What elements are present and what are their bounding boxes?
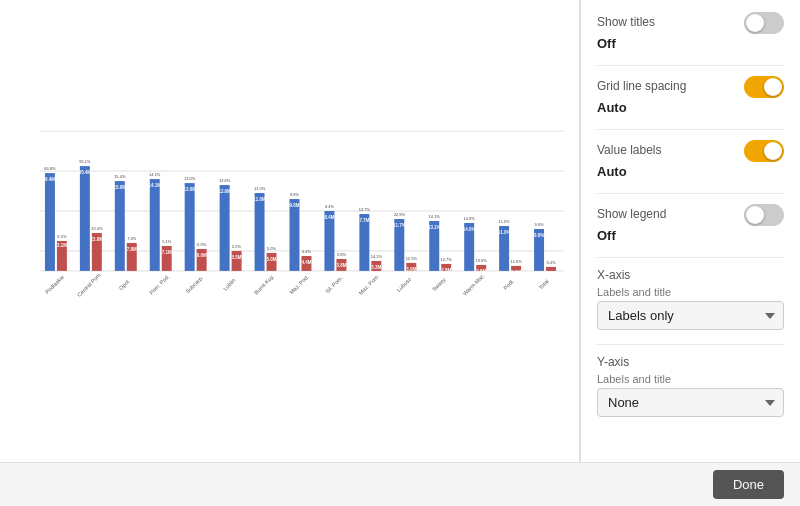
svg-text:13.7%: 13.7%: [359, 207, 371, 212]
svg-text:5.0%: 5.0%: [267, 246, 277, 251]
svg-text:9.6%: 9.6%: [534, 233, 544, 238]
svg-text:11.0M: 11.0M: [253, 197, 266, 202]
svg-rect-54: [290, 199, 300, 271]
show-legend-toggle[interactable]: [744, 204, 784, 226]
show-titles-row: Show titles Off: [597, 12, 784, 51]
show-legend-value: Off: [597, 228, 784, 243]
show-titles-value: Off: [597, 36, 784, 51]
svg-text:Podlaskie: Podlaskie: [44, 274, 65, 295]
svg-text:Subcarp.: Subcarp.: [184, 274, 204, 294]
svg-text:7.8M: 7.8M: [127, 247, 137, 252]
divider-2: [597, 129, 784, 130]
svg-text:9.6%: 9.6%: [535, 222, 545, 227]
divider-5: [597, 344, 784, 345]
svg-text:8.4M: 8.4M: [324, 215, 334, 220]
x-axis-dropdown[interactable]: Labels only Labels and title None: [597, 301, 784, 330]
svg-text:Swiety: Swiety: [431, 276, 447, 292]
svg-rect-19: [115, 181, 125, 271]
show-legend-row: Show legend Off: [597, 204, 784, 243]
svg-text:Lublin: Lublin: [222, 277, 237, 292]
svg-text:12.6M: 12.6M: [218, 189, 231, 194]
svg-text:Sil. Pom.: Sil. Pom.: [324, 274, 344, 294]
svg-rect-12: [80, 166, 90, 271]
svg-text:Total: Total: [537, 278, 549, 290]
svg-text:3.0M: 3.0M: [406, 267, 416, 272]
svg-text:11.7%: 11.7%: [393, 223, 406, 228]
svg-rect-47: [255, 193, 265, 271]
svg-text:22.6M: 22.6M: [91, 237, 104, 242]
svg-text:14.1%: 14.1%: [371, 254, 383, 259]
divider-1: [597, 65, 784, 66]
svg-text:4.4M: 4.4M: [301, 260, 311, 265]
y-axis-section-label: Y-axis: [597, 355, 784, 369]
svg-text:14.0%: 14.0%: [464, 216, 476, 221]
grid-line-spacing-toggle[interactable]: [744, 76, 784, 98]
svg-text:Burnt-Kuy.: Burnt-Kuy.: [253, 273, 276, 296]
footer: Done: [0, 462, 800, 506]
svg-text:12.6%: 12.6%: [219, 178, 231, 183]
svg-text:Pom. Pod.: Pom. Pod.: [148, 273, 171, 296]
svg-text:12.7%: 12.7%: [441, 257, 453, 262]
value-labels-label: Value labels: [597, 143, 662, 157]
value-labels-toggle[interactable]: [744, 140, 784, 162]
svg-text:7.1M: 7.1M: [162, 250, 172, 255]
value-labels-row: Value labels Auto: [597, 140, 784, 179]
grid-line-spacing-value: Auto: [597, 100, 784, 115]
svg-rect-33: [185, 183, 195, 271]
svg-text:4.4%: 4.4%: [302, 249, 312, 254]
svg-text:5.5%: 5.5%: [232, 244, 242, 249]
svg-text:8.4%: 8.4%: [325, 204, 335, 209]
svg-text:5.0M: 5.0M: [267, 257, 277, 262]
svg-text:9.8%: 9.8%: [290, 192, 300, 197]
x-axis-dropdown-label: Labels and title: [597, 286, 784, 298]
y-axis-dropdown-label: Labels and title: [597, 373, 784, 385]
svg-text:14.0%: 14.0%: [463, 227, 476, 232]
svg-text:14.1M: 14.1M: [149, 183, 162, 188]
svg-rect-40: [220, 185, 230, 271]
svg-text:11.0%: 11.0%: [254, 186, 266, 191]
svg-text:3.8%: 3.8%: [337, 252, 347, 257]
y-axis-dropdown[interactable]: None Labels only Labels and title: [597, 388, 784, 417]
svg-text:2.1M: 2.1M: [511, 270, 521, 275]
svg-text:7.7M: 7.7M: [359, 218, 369, 223]
svg-text:7.4%: 7.4%: [127, 236, 137, 241]
svg-text:3.8M: 3.8M: [336, 263, 346, 268]
settings-panel: Show titles Off Grid line spacing Auto V…: [580, 0, 800, 462]
svg-text:3.1M: 3.1M: [57, 243, 67, 248]
main-area: 9.4M 84.8% 3.1M 9.5% Podlaskie 95.4M 95.…: [0, 0, 800, 462]
svg-text:6.0M: 6.0M: [197, 253, 207, 258]
x-axis-section-label: X-axis: [597, 268, 784, 282]
svg-text:Podl.: Podl.: [502, 278, 515, 291]
svg-text:5.5M: 5.5M: [232, 255, 242, 260]
chart-area: 9.4M 84.8% 3.1M 9.5% Podlaskie 95.4M 95.…: [0, 0, 580, 462]
divider-4: [597, 257, 784, 258]
done-button[interactable]: Done: [713, 470, 784, 499]
svg-text:3.3M: 3.3M: [371, 265, 381, 270]
svg-text:9.5%: 9.5%: [57, 234, 67, 239]
svg-text:22.9%: 22.9%: [394, 212, 406, 217]
svg-text:13.0%: 13.0%: [184, 176, 196, 181]
svg-text:6.0%: 6.0%: [197, 242, 207, 247]
svg-text:11.0%: 11.0%: [498, 219, 510, 224]
show-titles-label: Show titles: [597, 15, 655, 29]
grid-line-spacing-label: Grid line spacing: [597, 79, 686, 93]
svg-text:95.1%: 95.1%: [79, 159, 91, 164]
svg-text:84.8%: 84.8%: [44, 166, 56, 171]
svg-text:Maz. Pod.: Maz. Pod.: [288, 273, 310, 295]
svg-text:Maz. Pom.: Maz. Pom.: [358, 273, 381, 296]
svg-text:11.0%: 11.0%: [498, 230, 511, 235]
svg-text:22.4%: 22.4%: [91, 226, 103, 231]
svg-text:1.8M: 1.8M: [546, 271, 556, 276]
svg-text:13.0M: 13.0M: [183, 187, 196, 192]
x-axis-row: X-axis Labels and title Labels only Labe…: [597, 268, 784, 330]
svg-text:9.8M: 9.8M: [289, 203, 299, 208]
show-legend-label: Show legend: [597, 207, 666, 221]
grid-line-spacing-row: Grid line spacing Auto: [597, 76, 784, 115]
svg-text:95.4M: 95.4M: [79, 170, 92, 175]
svg-text:Warm-Maz.: Warm-Maz.: [462, 272, 486, 296]
svg-text:Central Pom.: Central Pom.: [76, 271, 103, 298]
svg-text:14.1%: 14.1%: [429, 214, 441, 219]
svg-text:5.1%: 5.1%: [162, 239, 172, 244]
svg-rect-5: [45, 173, 55, 271]
show-titles-toggle[interactable]: [744, 12, 784, 34]
